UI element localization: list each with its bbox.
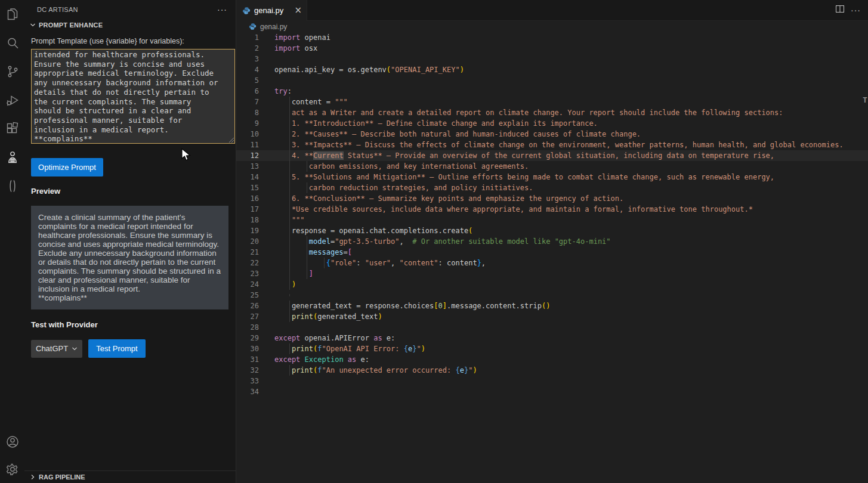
test-with-provider-heading: Test with Provider xyxy=(31,320,236,329)
code-line[interactable]: 34 xyxy=(236,386,868,397)
chevron-down-icon xyxy=(28,20,38,30)
code-line[interactable]: 26 generated_text = response.choices[0].… xyxy=(236,301,868,311)
run-debug-icon[interactable] xyxy=(0,86,24,114)
tab-genai-py[interactable]: genai.py × xyxy=(236,0,307,21)
prompt-template-input[interactable]: intended for healthcare professionals. E… xyxy=(31,49,235,144)
code-line[interactable]: 6try: xyxy=(236,86,868,97)
code-line[interactable]: 11 3. **Impacts** — Discuss the effects … xyxy=(236,140,868,150)
split-editor-icon[interactable] xyxy=(835,4,845,16)
tab-close-icon[interactable]: × xyxy=(294,6,302,15)
code-line[interactable]: 20 model="gpt-3.5-turbo", # Or another s… xyxy=(236,236,868,247)
code-line[interactable]: 15 carbon reduction strategies, and poli… xyxy=(236,182,868,193)
provider-select[interactable]: ChatGPT xyxy=(31,340,82,358)
code-line[interactable]: 21 messages=[ xyxy=(236,247,868,258)
preview-text: Create a clinical summary of the patient… xyxy=(31,206,228,309)
code-line[interactable]: 16 6. **Conclusion** — Summarize key poi… xyxy=(236,193,868,204)
explorer-icon[interactable] xyxy=(0,0,24,29)
section-prompt-enhance[interactable]: PROMPT ENHANCE xyxy=(24,19,236,31)
optimize-prompt-button[interactable]: Optimize Prompt xyxy=(31,158,103,177)
code-line[interactable]: 25 xyxy=(236,290,868,301)
code-line[interactable]: 18 """ xyxy=(236,215,868,225)
preview-heading: Preview xyxy=(31,187,236,196)
code-line[interactable]: 27 print(generated_text) xyxy=(236,311,868,322)
code-line[interactable]: 1import openai xyxy=(236,32,868,43)
chevron-right-icon xyxy=(28,472,38,482)
code-line[interactable]: 12 4. **Current Status** — Provide an ov… xyxy=(236,150,868,161)
settings-gear-icon[interactable] xyxy=(0,456,24,483)
prompt-template-label: Prompt Template (use {variable} for vari… xyxy=(31,37,236,45)
python-icon xyxy=(242,7,251,15)
breadcrumb[interactable]: genai.py xyxy=(236,21,868,32)
code-line[interactable]: 31except Exception as e: xyxy=(236,354,868,365)
search-icon[interactable] xyxy=(0,29,24,57)
code-line[interactable]: 8 act as a Writer and create a detailed … xyxy=(236,107,868,118)
section-title: PROMPT ENHANCE xyxy=(39,21,103,29)
code-line[interactable]: 17 *Use credible sources, include data w… xyxy=(236,204,868,215)
code-line[interactable]: 32 print(f"An unexpected error occurred:… xyxy=(236,365,868,376)
chevron-down-icon xyxy=(72,346,78,352)
mouse-cursor xyxy=(181,148,191,162)
provider-select-value: ChatGPT xyxy=(36,344,68,353)
resize-handle-icon[interactable] xyxy=(228,137,234,143)
code-line[interactable]: 33 xyxy=(236,376,868,386)
rag-section-title: RAG PIPELINE xyxy=(39,473,85,481)
code-line[interactable]: 13 carbon emissions, and key internation… xyxy=(236,161,868,172)
code-line[interactable]: 14 5. **Solutions and Mitigation** — Out… xyxy=(236,172,868,182)
code-line[interactable]: 4openai.api_key = os.getenv("OPENAI_API_… xyxy=(236,64,868,75)
code-editor[interactable]: 1import openai2import osx34openai.api_ke… xyxy=(236,32,868,483)
code-line[interactable]: 22 {"role": "user", "content": content}, xyxy=(236,258,868,268)
code-line[interactable]: 10 2. **Causes** — Describe both natural… xyxy=(236,129,868,140)
vscode-window: DC ARTISAN ··· PROMPT ENHANCE Prompt Tem… xyxy=(0,0,868,483)
prompt-library-icon[interactable] xyxy=(0,172,24,200)
code-line[interactable]: 29except openai.APIError as e: xyxy=(236,333,868,343)
prompt-template-value: intended for healthcare professionals. E… xyxy=(34,50,218,143)
code-line[interactable]: 3 xyxy=(236,54,868,64)
account-icon[interactable] xyxy=(0,428,24,456)
code-line[interactable]: 19 response = openai.chat.completions.cr… xyxy=(236,225,868,236)
editor-more-actions-icon[interactable]: ··· xyxy=(851,5,861,15)
source-control-icon[interactable] xyxy=(0,57,24,86)
code-line[interactable]: 28 xyxy=(236,322,868,333)
editor-group: genai.py × ··· genai.py 1import openai2i… xyxy=(236,0,868,483)
code-line[interactable]: 24 ) xyxy=(236,279,868,290)
overflow-text-mark: T xyxy=(863,95,868,104)
dc-artisan-icon[interactable] xyxy=(0,143,24,172)
python-icon xyxy=(249,23,257,30)
code-line[interactable]: 5 xyxy=(236,75,868,86)
activity-bar xyxy=(0,0,24,483)
extensions-icon[interactable] xyxy=(0,114,24,143)
sidebar-panel: DC ARTISAN ··· PROMPT ENHANCE Prompt Tem… xyxy=(24,0,236,483)
sidebar-more-actions-icon[interactable]: ··· xyxy=(217,5,227,14)
code-lines: 1import openai2import osx34openai.api_ke… xyxy=(236,32,868,397)
code-line[interactable]: 30 print(f"OpenAI API Error: {e}") xyxy=(236,343,868,354)
code-line[interactable]: 7 content = """ xyxy=(236,97,868,107)
code-line[interactable]: 23 ] xyxy=(236,268,868,279)
activity-bar-spacer xyxy=(0,200,24,428)
test-prompt-button[interactable]: Test Prompt xyxy=(88,339,146,358)
breadcrumb-file: genai.py xyxy=(260,23,287,31)
tab-label: genai.py xyxy=(254,6,283,15)
section-rag-pipeline[interactable]: RAG PIPELINE xyxy=(24,470,236,483)
sidebar-title: DC ARTISAN xyxy=(37,6,78,13)
tab-bar: genai.py × ··· xyxy=(236,0,868,21)
code-line[interactable]: 2import osx xyxy=(236,43,868,54)
code-line[interactable]: 9 1. **Introduction** — Define climate c… xyxy=(236,118,868,129)
